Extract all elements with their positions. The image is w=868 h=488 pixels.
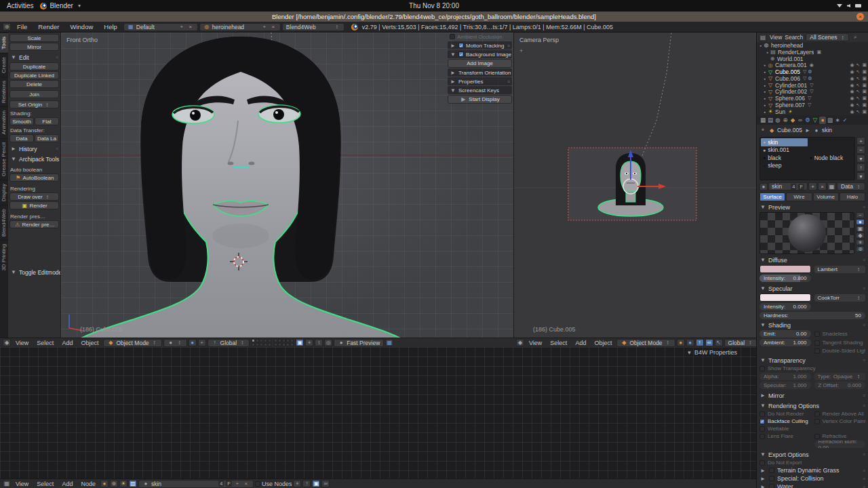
b4w-properties-panel-header[interactable]: ▼ B4W Properties: [686, 349, 737, 357]
wire-tab[interactable]: Wire: [786, 192, 812, 201]
translate-manipulator-button[interactable]: ↑: [696, 339, 704, 346]
menu-window[interactable]: Window: [65, 23, 98, 30]
window-title-bar[interactable]: Blender [/home/benjamin/.config/blender/…: [0, 12, 868, 22]
camera-viewport-scene[interactable]: [514, 33, 756, 338]
visibility-eye-icon[interactable]: ◉: [850, 62, 854, 68]
view-menu[interactable]: View: [770, 34, 782, 41]
remove-slot-button[interactable]: −: [856, 146, 865, 154]
move-slot-up-button[interactable]: ↑: [856, 163, 865, 171]
add-menu[interactable]: Add: [58, 481, 76, 487]
renderability-icon[interactable]: ▣: [862, 102, 867, 108]
backface-culling-checkbox-row[interactable]: ✓Backface Culling: [760, 418, 811, 425]
transform-orientation-selector[interactable]: ↑Global↕: [208, 339, 250, 347]
diffuse-shader-dropdown[interactable]: Lambert↕: [814, 266, 866, 273]
specular-shader-dropdown[interactable]: CookTorr↕: [814, 294, 866, 302]
rendering-options-section-header[interactable]: ▼Rendering Options≡: [760, 401, 865, 410]
selectability-icon[interactable]: ↖: [856, 83, 861, 88]
tab-scene-icon[interactable]: ◍: [774, 117, 781, 124]
tab-render-icon[interactable]: ▦: [760, 117, 766, 124]
renderability-icon[interactable]: ▣: [862, 89, 867, 94]
transparency-type-dropdown[interactable]: Type:Opaque↕: [814, 373, 866, 380]
select-menu[interactable]: Select: [33, 340, 57, 346]
specular-color-swatch[interactable]: [760, 293, 811, 302]
link-data-selector[interactable]: Data↕: [837, 182, 865, 190]
set-origin-dropdown[interactable]: Set Origin↕: [9, 100, 59, 108]
emit-field[interactable]: Emit:0.00: [760, 330, 811, 338]
tangent-shading-checkbox-row[interactable]: Tangent Shading: [814, 339, 866, 346]
checkbox[interactable]: [814, 419, 820, 424]
clock[interactable]: Thu Nov 8 20:00: [0, 2, 868, 9]
rotate-manipulator-button[interactable]: ∞: [705, 339, 713, 346]
render-engine-selector[interactable]: Blend4Web ↕: [282, 23, 344, 31]
search-icon[interactable]: ⌕: [852, 34, 859, 41]
menu-help[interactable]: Help: [99, 23, 122, 30]
view-menu[interactable]: View: [12, 340, 32, 346]
users-count[interactable]: 4: [791, 184, 796, 190]
tab-physics-icon[interactable]: ✓: [842, 117, 848, 124]
special-collision-panel[interactable]: ►Special: Collision≡: [760, 474, 865, 483]
layers-grid-1[interactable]: [252, 339, 271, 346]
tab-modifiers-icon[interactable]: ⚙: [804, 117, 811, 124]
hardness-slider[interactable]: Hardness:50: [760, 312, 865, 319]
mirror-section-header[interactable]: ►Mirror≡: [760, 391, 865, 400]
node-menu[interactable]: Node: [77, 481, 99, 487]
alpha-field[interactable]: Alpha:1.000: [760, 373, 811, 380]
viewport-shading-selector[interactable]: ●↕: [163, 339, 187, 347]
layers-grid-2[interactable]: [274, 339, 294, 346]
tab-grease-pencil[interactable]: Grease Pencil: [0, 138, 8, 180]
checkbox[interactable]: [814, 340, 820, 346]
shadeless-checkbox-row[interactable]: Shadeless: [814, 330, 866, 338]
pin-button[interactable]: ⌖: [293, 480, 301, 487]
renderability-icon[interactable]: ▣: [862, 83, 867, 88]
draw-over-dropdown[interactable]: Draw over↕: [9, 192, 59, 201]
visibility-eye-icon[interactable]: ◉: [850, 69, 854, 75]
render-button[interactable]: ▣Render: [9, 201, 59, 209]
close-window-button[interactable]: ×: [856, 13, 864, 20]
visibility-eye-icon[interactable]: ◉: [850, 102, 854, 108]
checkbox[interactable]: [814, 348, 820, 354]
checkbox[interactable]: [760, 411, 765, 417]
editor-type-selector[interactable]: ◆: [516, 339, 524, 346]
tab-blend4web[interactable]: Blend4Web: [0, 205, 8, 240]
unlink-material-button[interactable]: ×: [243, 480, 250, 487]
pivot-point-selector[interactable]: ●: [686, 339, 694, 346]
halo-tab[interactable]: Halo: [840, 192, 865, 201]
eye-left[interactable]: [172, 106, 214, 123]
export-options-section-header[interactable]: ▼Export Options≡: [760, 450, 865, 459]
fast-preview-selector[interactable]: ●Fast Preview: [334, 339, 384, 347]
data-layout-button[interactable]: Data La: [35, 134, 59, 142]
view-menu[interactable]: View: [12, 481, 32, 487]
renderability-icon[interactable]: ▣: [862, 96, 867, 101]
tab-3d-printing[interactable]: 3D Printing: [0, 240, 8, 274]
auto-boolean-button[interactable]: ⚑AutoBoolean: [9, 174, 59, 182]
selectability-icon[interactable]: ↖: [856, 96, 861, 101]
join-button[interactable]: Join: [9, 90, 59, 98]
tab-texture-icon[interactable]: ▨: [827, 117, 833, 124]
diffuse-color-swatch[interactable]: [760, 265, 811, 273]
pin-icon[interactable]: ⌖: [760, 127, 766, 134]
refraction-bump-field[interactable]: Refraction Bum: 0.00: [814, 441, 866, 448]
toggle-editmode-header[interactable]: ▼Toggle Editmode≡: [10, 268, 61, 276]
shading-section-header[interactable]: ▼Shading≡: [760, 321, 865, 329]
checkbox[interactable]: [814, 331, 820, 337]
transparency-specular-field[interactable]: Specular:1.000: [760, 382, 811, 389]
object-menu[interactable]: Object: [591, 340, 615, 346]
checkbox[interactable]: [814, 434, 820, 439]
browse-material-button[interactable]: ●: [760, 183, 768, 190]
search-menu[interactable]: Search: [785, 34, 803, 41]
history-panel-header[interactable]: ►History≡: [10, 145, 58, 152]
z-offset-field[interactable]: Z Offset:0.000: [814, 382, 866, 389]
water-panel[interactable]: ►Water≡: [760, 483, 865, 488]
tab-object-icon[interactable]: ◆: [789, 117, 796, 124]
selectability-icon[interactable]: ↖: [856, 109, 861, 115]
unlink-material-button[interactable]: ×: [818, 182, 827, 190]
selectability-icon[interactable]: ↖: [856, 69, 861, 75]
viewport-3d-scene[interactable]: [61, 33, 513, 338]
viewport-front-ortho[interactable]: Front Ortho (186) Cube.005 Ambient Occlu…: [61, 33, 513, 338]
select-menu[interactable]: Select: [547, 340, 570, 346]
add-menu[interactable]: Add: [58, 340, 76, 346]
checkbox[interactable]: [450, 34, 455, 39]
surface-tab[interactable]: Surface: [760, 192, 785, 201]
lens-flare-checkbox-row[interactable]: Lens Flare: [760, 432, 811, 440]
volume-tab[interactable]: Volume: [813, 192, 839, 201]
